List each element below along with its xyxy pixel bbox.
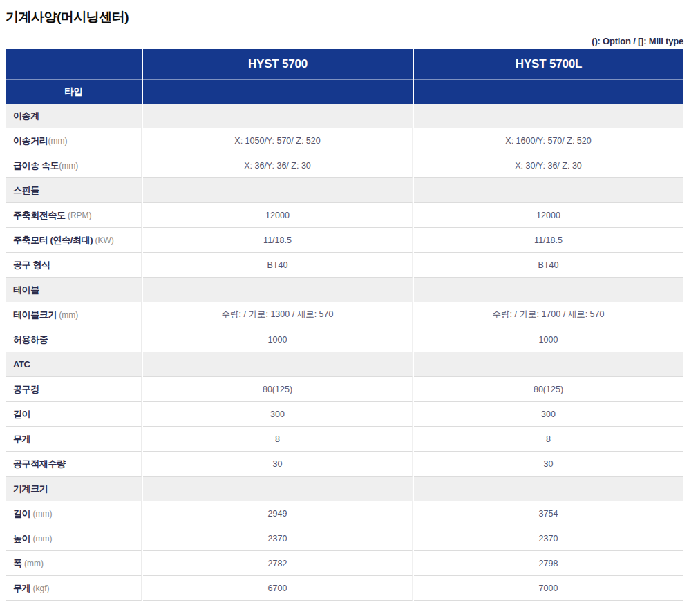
row-label-unit: (KW)	[93, 235, 114, 245]
table-row: 높이 (mm) 2370 2370	[6, 526, 683, 551]
table-row: 급이송 속도(mm) X: 36/Y: 36/ Z: 30 X: 30/Y: 3…	[6, 153, 683, 178]
table-body: 이송계 이송거리(mm) X: 1050/Y: 570/ Z: 520 X: 1…	[6, 104, 683, 601]
section-label: ATC	[13, 359, 30, 369]
type-label: 타입	[6, 79, 142, 104]
value-hyst-5700l: 2798	[414, 551, 683, 576]
row-label: 공구경	[13, 383, 39, 396]
section-empty-cell	[414, 178, 683, 203]
row-label-unit: (mm)	[57, 310, 78, 320]
table-row: 폭 (mm) 2782 2798	[6, 551, 683, 576]
value-hyst-5700l: X: 30/Y: 36/ Z: 30	[414, 153, 683, 178]
value-hyst-5700l: 11/18.5	[414, 228, 683, 253]
section-row: 기계크기	[6, 477, 683, 501]
table-type-row: 타입	[6, 79, 683, 104]
value-hyst-5700l: 8	[414, 427, 683, 452]
section-row: 스핀들	[6, 178, 683, 203]
section-empty-cell	[414, 352, 683, 377]
row-label-unit: (kgf)	[30, 584, 49, 593]
table-row: 이송거리(mm) X: 1050/Y: 570/ Z: 520 X: 1600/…	[6, 128, 683, 153]
value-hyst-5700l: 30	[414, 452, 683, 477]
value-hyst-5700l: 80(125)	[414, 377, 683, 402]
section-row: ATC	[6, 352, 683, 377]
table-row: 길이 (mm) 2949 3754	[6, 501, 683, 526]
value-hyst-5700: X: 36/Y: 36/ Z: 30	[143, 153, 413, 178]
row-label: 무게	[13, 582, 30, 595]
value-hyst-5700l: 수량: / 가로: 1700 / 세로: 570	[414, 302, 683, 327]
table-row: 무게 8 8	[6, 427, 683, 452]
section-row: 이송계	[6, 104, 683, 128]
section-empty-cell	[143, 278, 413, 302]
section-empty-cell	[143, 352, 413, 377]
section-empty-cell	[143, 178, 413, 203]
table-row: 공구적재수량 30 30	[6, 452, 683, 477]
row-label: 길이	[13, 408, 30, 421]
value-hyst-5700: 11/18.5	[143, 228, 413, 253]
value-hyst-5700l: 12000	[414, 203, 683, 228]
value-hyst-5700: 8	[143, 427, 413, 452]
table-row: 주축모터 (연속/최대) (KW) 11/18.5 11/18.5	[6, 228, 683, 253]
row-label: 높이	[13, 532, 30, 545]
row-label: 길이	[13, 508, 30, 520]
value-hyst-5700l: 300	[414, 402, 683, 427]
table-row: 주축회전속도 (RPM) 12000 12000	[6, 203, 683, 228]
row-label: 공구 형식	[13, 259, 50, 271]
value-hyst-5700: 2782	[143, 551, 413, 576]
table-row: 무게 (kgf) 6700 7000	[6, 576, 683, 601]
row-label: 주축회전속도	[13, 209, 66, 222]
table-row: 길이 300 300	[6, 402, 683, 427]
section-empty-cell	[143, 104, 413, 128]
row-label: 무게	[13, 433, 30, 445]
row-label: 허용하중	[13, 334, 48, 346]
value-hyst-5700l: 3754	[414, 501, 683, 526]
section-label: 테이블	[13, 284, 39, 296]
column-header-hyst-5700l: HYST 5700L	[414, 49, 683, 79]
value-hyst-5700: 300	[143, 402, 413, 427]
value-hyst-5700l: 1000	[414, 327, 683, 352]
value-hyst-5700l: X: 1600/Y: 570/ Z: 520	[414, 128, 683, 153]
section-label: 스핀들	[13, 184, 39, 197]
column-header-hyst-5700: HYST 5700	[143, 49, 413, 79]
spec-page: 기계사양(머시닝센터) (): Option / []: Mill type H…	[0, 0, 689, 601]
value-hyst-5700l: 7000	[414, 576, 683, 601]
type-empty-cell-2	[414, 79, 683, 104]
value-hyst-5700: 6700	[143, 576, 413, 601]
value-hyst-5700: 80(125)	[143, 377, 413, 402]
row-label-unit: (mm)	[30, 509, 52, 519]
value-hyst-5700: 1000	[143, 327, 413, 352]
value-hyst-5700: 2949	[143, 501, 413, 526]
type-empty-cell-1	[143, 79, 413, 104]
table-row: 공구경 80(125) 80(125)	[6, 377, 683, 402]
row-label: 이송거리	[13, 135, 48, 147]
value-hyst-5700l: 2370	[414, 526, 683, 551]
page-title: 기계사양(머시닝센터)	[6, 8, 683, 26]
value-hyst-5700: 30	[143, 452, 413, 477]
row-label: 공구적재수량	[13, 458, 66, 470]
section-label: 기계크기	[13, 483, 48, 495]
section-row: 테이블	[6, 278, 683, 302]
row-label: 테이블크기	[13, 309, 57, 321]
spec-table: HYST 5700 HYST 5700L 타입 이송계 이송거리(mm) X: …	[6, 49, 683, 601]
section-empty-cell	[414, 104, 683, 128]
table-row: 테이블크기 (mm) 수량: / 가로: 1300 / 세로: 570 수량: …	[6, 302, 683, 327]
row-label-unit: (mm)	[59, 161, 78, 171]
value-hyst-5700: X: 1050/Y: 570/ Z: 520	[143, 128, 413, 153]
header-empty-cell	[6, 49, 142, 79]
row-label: 급이송 속도	[13, 160, 59, 172]
table-row: 허용하중 1000 1000	[6, 327, 683, 352]
option-legend: (): Option / []: Mill type	[6, 36, 683, 46]
row-label-unit: (RPM)	[66, 211, 92, 220]
row-label: 폭	[13, 557, 22, 570]
section-label: 이송계	[13, 110, 39, 122]
table-header-row: HYST 5700 HYST 5700L	[6, 49, 683, 79]
table-row: 공구 형식 BT40 BT40	[6, 253, 683, 278]
section-empty-cell	[414, 278, 683, 302]
value-hyst-5700: 12000	[143, 203, 413, 228]
value-hyst-5700l: BT40	[414, 253, 683, 278]
row-label-unit: (mm)	[48, 136, 67, 146]
row-label: 주축모터 (연속/최대)	[13, 234, 93, 247]
row-label-unit: (mm)	[22, 559, 44, 568]
row-label-unit: (mm)	[30, 534, 52, 543]
value-hyst-5700: 수량: / 가로: 1300 / 세로: 570	[143, 302, 413, 327]
section-empty-cell	[414, 477, 683, 501]
value-hyst-5700: 2370	[143, 526, 413, 551]
